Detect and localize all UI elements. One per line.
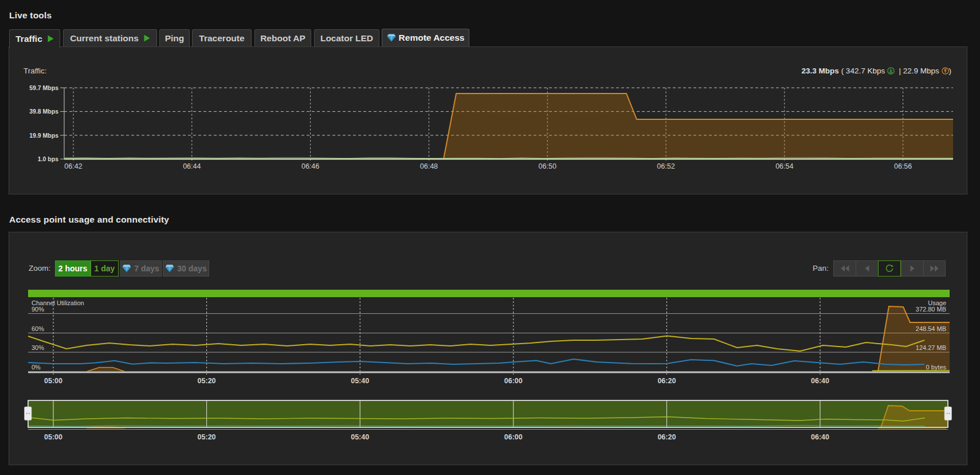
svg-text:06:52: 06:52 <box>657 162 675 170</box>
svg-text:06:56: 06:56 <box>894 162 912 170</box>
svg-text:06:00: 06:00 <box>504 377 523 385</box>
svg-text:60%: 60% <box>32 325 44 332</box>
svg-text:06:44: 06:44 <box>183 162 201 170</box>
svg-text:39.8 Mbps: 39.8 Mbps <box>29 108 58 115</box>
svg-text:05:00: 05:00 <box>44 377 62 385</box>
svg-text:06:46: 06:46 <box>301 162 319 170</box>
svg-text:124.27 MB: 124.27 MB <box>916 344 946 351</box>
svg-text:06:20: 06:20 <box>657 433 676 441</box>
svg-text:59.7 Mbps: 59.7 Mbps <box>29 84 58 91</box>
svg-text:06:40: 06:40 <box>811 433 829 441</box>
svg-text:05:00: 05:00 <box>44 433 62 441</box>
svg-text:06:00: 06:00 <box>504 433 523 441</box>
svg-text:19.9 Mbps: 19.9 Mbps <box>29 132 58 139</box>
svg-text:06:20: 06:20 <box>657 377 676 385</box>
svg-text:1.0 bps: 1.0 bps <box>38 155 58 162</box>
svg-text:05:20: 05:20 <box>198 377 216 385</box>
svg-text:05:20: 05:20 <box>198 433 216 441</box>
svg-text:372.80 MB: 372.80 MB <box>916 306 946 313</box>
svg-text:248.54 MB: 248.54 MB <box>916 325 946 332</box>
svg-text:06:50: 06:50 <box>539 162 556 170</box>
svg-text:06:54: 06:54 <box>775 162 793 170</box>
svg-text:0%: 0% <box>32 364 41 371</box>
svg-text:30%: 30% <box>32 344 44 351</box>
svg-text:05:40: 05:40 <box>351 377 369 385</box>
svg-text:0 bytes: 0 bytes <box>926 364 947 371</box>
svg-text:06:42: 06:42 <box>64 162 82 170</box>
svg-text:06:48: 06:48 <box>420 162 438 170</box>
svg-text:90%: 90% <box>32 306 44 313</box>
svg-text:06:40: 06:40 <box>811 377 829 385</box>
svg-text:05:40: 05:40 <box>351 433 369 441</box>
